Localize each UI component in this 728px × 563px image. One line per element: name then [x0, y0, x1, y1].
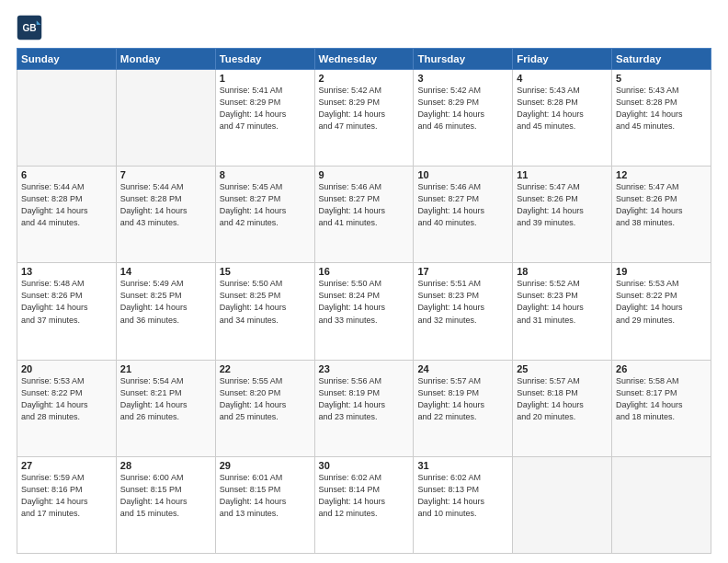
day-number: 9 — [319, 169, 410, 180]
day-number: 11 — [517, 169, 608, 180]
day-number: 8 — [220, 169, 311, 180]
day-info: Sunrise: 5:46 AMSunset: 8:27 PMDaylight:… — [319, 181, 410, 229]
day-number: 19 — [616, 266, 707, 277]
day-number: 25 — [517, 363, 608, 374]
calendar-cell: 24Sunrise: 5:57 AMSunset: 8:19 PMDayligh… — [414, 360, 513, 456]
day-number: 30 — [319, 460, 410, 471]
day-info: Sunrise: 5:57 AMSunset: 8:18 PMDaylight:… — [517, 375, 608, 423]
day-number: 20 — [21, 363, 112, 374]
day-number: 18 — [517, 266, 608, 277]
day-info: Sunrise: 5:49 AMSunset: 8:25 PMDaylight:… — [120, 278, 211, 326]
weekday-header: Saturday — [612, 49, 711, 70]
day-info: Sunrise: 5:44 AMSunset: 8:28 PMDaylight:… — [120, 181, 211, 229]
calendar-cell: 20Sunrise: 5:53 AMSunset: 8:22 PMDayligh… — [17, 360, 117, 456]
logo: GB — [17, 15, 44, 40]
day-info: Sunrise: 5:50 AMSunset: 8:24 PMDaylight:… — [319, 278, 410, 326]
day-info: Sunrise: 5:44 AMSunset: 8:28 PMDaylight:… — [21, 181, 112, 229]
day-info: Sunrise: 5:48 AMSunset: 8:26 PMDaylight:… — [21, 278, 112, 326]
day-info: Sunrise: 5:45 AMSunset: 8:27 PMDaylight:… — [220, 181, 311, 229]
calendar-cell: 19Sunrise: 5:53 AMSunset: 8:22 PMDayligh… — [612, 263, 711, 360]
weekday-header: Wednesday — [314, 49, 414, 70]
day-info: Sunrise: 5:55 AMSunset: 8:20 PMDaylight:… — [220, 375, 311, 423]
calendar-cell — [513, 456, 612, 553]
calendar-cell — [116, 70, 215, 167]
day-number: 16 — [319, 266, 410, 277]
calendar-cell: 13Sunrise: 5:48 AMSunset: 8:26 PMDayligh… — [17, 263, 117, 360]
calendar-cell: 30Sunrise: 6:02 AMSunset: 8:14 PMDayligh… — [314, 456, 414, 553]
calendar-cell: 9Sunrise: 5:46 AMSunset: 8:27 PMDaylight… — [314, 167, 414, 263]
svg-text:GB: GB — [22, 23, 36, 33]
calendar-cell: 11Sunrise: 5:47 AMSunset: 8:26 PMDayligh… — [513, 167, 612, 263]
day-number: 12 — [616, 169, 707, 180]
calendar-cell: 8Sunrise: 5:45 AMSunset: 8:27 PMDaylight… — [215, 167, 314, 263]
calendar-cell: 3Sunrise: 5:42 AMSunset: 8:29 PMDaylight… — [414, 70, 513, 167]
day-info: Sunrise: 5:58 AMSunset: 8:17 PMDaylight:… — [616, 375, 707, 423]
day-number: 2 — [319, 73, 410, 84]
calendar-cell: 21Sunrise: 5:54 AMSunset: 8:21 PMDayligh… — [116, 360, 215, 456]
calendar-cell: 14Sunrise: 5:49 AMSunset: 8:25 PMDayligh… — [116, 263, 215, 360]
day-info: Sunrise: 5:42 AMSunset: 8:29 PMDaylight:… — [417, 85, 508, 132]
calendar-cell: 28Sunrise: 6:00 AMSunset: 8:15 PMDayligh… — [116, 456, 215, 553]
day-number: 15 — [220, 266, 311, 277]
day-number: 22 — [220, 363, 311, 374]
day-info: Sunrise: 5:51 AMSunset: 8:23 PMDaylight:… — [417, 278, 508, 326]
calendar-cell: 31Sunrise: 6:02 AMSunset: 8:13 PMDayligh… — [414, 456, 513, 553]
day-number: 10 — [417, 169, 508, 180]
calendar-cell: 23Sunrise: 5:56 AMSunset: 8:19 PMDayligh… — [314, 360, 414, 456]
day-number: 4 — [517, 73, 608, 84]
calendar-cell: 10Sunrise: 5:46 AMSunset: 8:27 PMDayligh… — [414, 167, 513, 263]
day-number: 23 — [319, 363, 410, 374]
day-info: Sunrise: 5:56 AMSunset: 8:19 PMDaylight:… — [319, 375, 410, 423]
weekday-header: Friday — [513, 49, 612, 70]
day-info: Sunrise: 6:02 AMSunset: 8:13 PMDaylight:… — [417, 472, 508, 520]
calendar-cell: 29Sunrise: 6:01 AMSunset: 8:15 PMDayligh… — [215, 456, 314, 553]
page: GB SundayMondayTuesdayWednesdayThursdayF… — [0, 0, 728, 563]
day-number: 14 — [120, 266, 211, 277]
day-info: Sunrise: 5:59 AMSunset: 8:16 PMDaylight:… — [21, 472, 112, 520]
weekday-header: Thursday — [414, 49, 513, 70]
day-number: 28 — [120, 460, 211, 471]
weekday-header: Sunday — [17, 49, 117, 70]
day-number: 6 — [21, 169, 112, 180]
day-info: Sunrise: 5:53 AMSunset: 8:22 PMDaylight:… — [21, 375, 112, 423]
calendar-cell: 25Sunrise: 5:57 AMSunset: 8:18 PMDayligh… — [513, 360, 612, 456]
day-number: 31 — [417, 460, 508, 471]
calendar-cell: 4Sunrise: 5:43 AMSunset: 8:28 PMDaylight… — [513, 70, 612, 167]
day-info: Sunrise: 5:53 AMSunset: 8:22 PMDaylight:… — [616, 278, 707, 326]
day-info: Sunrise: 5:57 AMSunset: 8:19 PMDaylight:… — [417, 375, 508, 423]
day-number: 7 — [120, 169, 211, 180]
calendar-cell: 26Sunrise: 5:58 AMSunset: 8:17 PMDayligh… — [612, 360, 711, 456]
weekday-header: Tuesday — [215, 49, 314, 70]
day-info: Sunrise: 5:43 AMSunset: 8:28 PMDaylight:… — [517, 85, 608, 132]
day-info: Sunrise: 5:42 AMSunset: 8:29 PMDaylight:… — [319, 85, 410, 132]
day-info: Sunrise: 5:47 AMSunset: 8:26 PMDaylight:… — [517, 181, 608, 229]
calendar-cell: 22Sunrise: 5:55 AMSunset: 8:20 PMDayligh… — [215, 360, 314, 456]
day-number: 26 — [616, 363, 707, 374]
calendar: SundayMondayTuesdayWednesdayThursdayFrid… — [17, 48, 711, 554]
day-number: 17 — [417, 266, 508, 277]
calendar-cell — [17, 70, 117, 167]
day-info: Sunrise: 6:02 AMSunset: 8:14 PMDaylight:… — [319, 472, 410, 520]
calendar-cell: 1Sunrise: 5:41 AMSunset: 8:29 PMDaylight… — [215, 70, 314, 167]
day-number: 1 — [220, 73, 311, 84]
day-info: Sunrise: 5:50 AMSunset: 8:25 PMDaylight:… — [220, 278, 311, 326]
calendar-cell: 15Sunrise: 5:50 AMSunset: 8:25 PMDayligh… — [215, 263, 314, 360]
day-number: 27 — [21, 460, 112, 471]
day-info: Sunrise: 5:54 AMSunset: 8:21 PMDaylight:… — [120, 375, 211, 423]
calendar-cell: 2Sunrise: 5:42 AMSunset: 8:29 PMDaylight… — [314, 70, 414, 167]
day-number: 3 — [417, 73, 508, 84]
day-info: Sunrise: 5:43 AMSunset: 8:28 PMDaylight:… — [616, 85, 707, 132]
calendar-cell: 6Sunrise: 5:44 AMSunset: 8:28 PMDaylight… — [17, 167, 117, 263]
day-info: Sunrise: 5:52 AMSunset: 8:23 PMDaylight:… — [517, 278, 608, 326]
calendar-cell: 17Sunrise: 5:51 AMSunset: 8:23 PMDayligh… — [414, 263, 513, 360]
day-info: Sunrise: 6:01 AMSunset: 8:15 PMDaylight:… — [220, 472, 311, 520]
calendar-cell: 27Sunrise: 5:59 AMSunset: 8:16 PMDayligh… — [17, 456, 117, 553]
calendar-cell: 18Sunrise: 5:52 AMSunset: 8:23 PMDayligh… — [513, 263, 612, 360]
logo-icon: GB — [17, 15, 42, 40]
day-number: 21 — [120, 363, 211, 374]
day-info: Sunrise: 6:00 AMSunset: 8:15 PMDaylight:… — [120, 472, 211, 520]
weekday-header: Monday — [116, 49, 215, 70]
day-info: Sunrise: 5:46 AMSunset: 8:27 PMDaylight:… — [417, 181, 508, 229]
day-info: Sunrise: 5:41 AMSunset: 8:29 PMDaylight:… — [220, 85, 311, 132]
day-number: 24 — [417, 363, 508, 374]
